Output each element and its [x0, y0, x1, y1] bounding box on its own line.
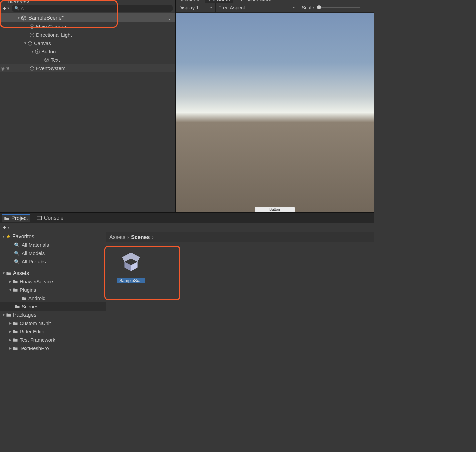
item-label: All Models [22, 250, 45, 256]
chevron-right-icon[interactable]: ▶ [8, 346, 13, 350]
tab-scene[interactable]: #Scene [178, 0, 203, 3]
chevron-down-icon[interactable]: ▼ [8, 288, 13, 292]
chevron-right-icon[interactable]: ▶ [8, 330, 13, 333]
folder-icon [13, 338, 18, 342]
package-textmeshpro[interactable]: ▶TextMeshPro [0, 344, 106, 352]
hierarchy-title-row: ≡ Hierarchy [0, 0, 175, 3]
heading-label: Packages [13, 312, 36, 318]
hierarchy-search[interactable]: 🔍 [12, 5, 173, 12]
display-label: Display 1 [178, 5, 199, 10]
scene-icon: # [181, 0, 184, 2]
package-test-framework[interactable]: ▶Test Framework [0, 336, 106, 344]
chevron-right-icon[interactable]: ▶ [8, 280, 13, 283]
chevron-right-icon[interactable]: ▶ [8, 338, 13, 342]
project-toolbar: +▼ [0, 223, 374, 232]
chevron-down-icon[interactable]: ▼ [1, 235, 6, 238]
chevron-down-icon[interactable]: ▼ [23, 41, 27, 45]
game-panel: #Scene 🎮Game 🛍Asset Store Display 1 ▼ Fr… [176, 0, 374, 212]
chevron-down-icon[interactable]: ▼ [17, 16, 21, 20]
chevron-down-icon[interactable]: ▼ [1, 313, 6, 317]
tab-asset-store[interactable]: 🛍Asset Store [236, 0, 275, 3]
project-tabbar: Project Console [0, 213, 374, 223]
chevron-down-icon: ▼ [7, 226, 10, 229]
item-label: TextMeshPro [20, 345, 49, 351]
asset-scene-item[interactable]: SampleSc... [116, 249, 146, 283]
folder-scenes[interactable]: Scenes [0, 302, 106, 311]
hierarchy-item-label: EventSystem [36, 65, 65, 71]
favorite-all-models[interactable]: 🔍All Models [0, 249, 106, 257]
create-button[interactable]: +▼ [2, 5, 10, 12]
heading-label: Favorites [12, 234, 34, 240]
hierarchy-item-label: Text [51, 57, 60, 63]
item-label: HuaweiService [20, 279, 53, 284]
hierarchy-item-main-camera[interactable]: Main Camera [0, 22, 175, 31]
folder-icon [6, 313, 11, 317]
folder-huawei-service[interactable]: ▶HuaweiService [0, 277, 106, 286]
package-rider-editor[interactable]: ▶Rider Editor [0, 327, 106, 336]
tab-game[interactable]: 🎮Game [205, 0, 233, 3]
hierarchy-item-canvas[interactable]: ▼ Canvas [0, 39, 175, 47]
hierarchy-item-directional-light[interactable]: Directional Light [0, 31, 175, 39]
folder-icon [15, 304, 20, 309]
tab-label: Game [216, 0, 230, 2]
hierarchy-search-input[interactable] [21, 6, 170, 11]
assets-grid[interactable]: SampleSc... [106, 242, 374, 355]
scene-name: SampleScene* [28, 15, 64, 21]
hierarchy-item-label: Directional Light [36, 32, 72, 38]
packages-heading[interactable]: ▼ Packages [0, 311, 106, 319]
folder-icon [13, 346, 18, 350]
scale-slider[interactable] [317, 7, 360, 8]
favorite-all-prefabs[interactable]: 🔍All Prefabs [0, 257, 106, 266]
display-dropdown[interactable]: Display 1 ▼ [176, 3, 216, 12]
hierarchy-item-label: Button [41, 49, 56, 54]
scene-row[interactable]: ▼ SampleScene* ⋮ [0, 13, 175, 22]
folder-plugins[interactable]: ▼Plugins [0, 286, 106, 294]
search-icon: 🔍 [14, 242, 20, 248]
tab-label: Console [44, 215, 64, 221]
breadcrumb-root[interactable]: Assets [109, 234, 125, 240]
kebab-menu-icon[interactable]: ⋮ [167, 15, 172, 21]
tab-project[interactable]: Project [2, 214, 30, 222]
project-panel: Project Console +▼ ▼ ★ Favorites 🔍All Ma… [0, 212, 374, 355]
favorites-heading[interactable]: ▼ ★ Favorites [0, 232, 106, 241]
hierarchy-panel: ≡ Hierarchy +▼ 🔍 ▼ SampleScene* [0, 0, 176, 212]
create-button[interactable]: +▼ [2, 224, 10, 231]
pickable-icon[interactable]: ☚ [5, 66, 10, 71]
hierarchy-item-event-system[interactable]: ◉ ☚ EventSystem [0, 64, 175, 72]
chevron-down-icon: ▼ [210, 6, 213, 9]
chevron-right-icon[interactable]: ▶ [8, 321, 13, 325]
breadcrumb: Assets › Scenes › [106, 232, 374, 242]
game-ui-button[interactable]: Button [255, 207, 295, 212]
assets-heading[interactable]: ▼ Assets [0, 269, 106, 277]
folder-icon [13, 321, 18, 325]
visibility-icon[interactable]: ◉ [1, 66, 5, 71]
item-label: All Materials [22, 242, 49, 248]
item-label: Plugins [20, 287, 36, 293]
hierarchy-toolbar: +▼ 🔍 [0, 3, 175, 13]
item-label: Rider Editor [20, 329, 46, 334]
game-tabbar: #Scene 🎮Game 🛍Asset Store [176, 0, 374, 3]
breadcrumb-current[interactable]: Scenes [131, 234, 150, 240]
folder-icon [13, 279, 18, 284]
hierarchy-item-button[interactable]: ▼ Button [0, 47, 175, 56]
game-view: Button [176, 13, 374, 212]
gameobject-icon [29, 32, 35, 38]
aspect-dropdown[interactable]: Free Aspect ▼ [216, 3, 298, 12]
chevron-down-icon[interactable]: ▼ [1, 271, 6, 275]
heading-label: Assets [13, 270, 29, 276]
scale-thumb[interactable] [317, 5, 321, 9]
tab-console[interactable]: Console [35, 214, 66, 222]
package-custom-nunit[interactable]: ▶Custom NUnit [0, 319, 106, 327]
folder-android[interactable]: Android [0, 294, 106, 302]
hierarchy-tree: ▼ SampleScene* ⋮ Main Camera [0, 13, 175, 212]
gameobject-icon [35, 49, 40, 54]
favorite-all-materials[interactable]: 🔍All Materials [0, 241, 106, 249]
hierarchy-item-label: Main Camera [36, 24, 66, 29]
aspect-label: Free Aspect [218, 5, 245, 10]
hierarchy-item-text[interactable]: Text [0, 56, 175, 64]
game-toolbar: Display 1 ▼ Free Aspect ▼ Scale [176, 3, 374, 13]
unity-scene-icon [118, 249, 144, 276]
tab-label: Asset Store [246, 0, 272, 2]
chevron-down-icon[interactable]: ▼ [31, 50, 35, 53]
scale-label: Scale [302, 5, 314, 10]
